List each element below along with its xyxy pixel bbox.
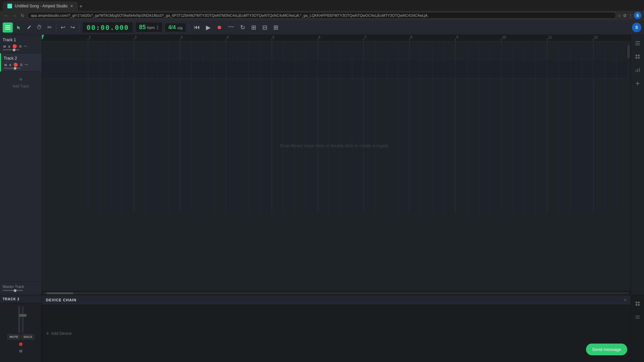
send-message-btn[interactable]: Send message — [586, 344, 627, 355]
bottom-right-btn-2[interactable] — [632, 311, 643, 323]
nav-bar: ← → ↻ app.ampedstudio.com/?_gl=1*zkt20c*… — [0, 11, 644, 20]
master-volume[interactable] — [3, 290, 23, 291]
svg-rect-1 — [635, 43, 640, 44]
main-area: Track 1 M S 🔴 ≣ 〜 Track 2 M S 🔴 — [0, 35, 644, 295]
menu-btn[interactable] — [3, 22, 13, 33]
svg-rect-8 — [637, 69, 638, 72]
back-btn[interactable]: ← — [3, 12, 10, 19]
time-sig-display[interactable]: 4/4 sig — [165, 23, 186, 32]
arm-record-btn[interactable]: ⏺ — [18, 341, 24, 348]
track-1-auto-btn[interactable]: 〜 — [23, 44, 28, 49]
mute-btn[interactable]: MUTE — [7, 334, 20, 340]
svg-rect-2 — [635, 45, 640, 45]
select-tool-btn[interactable] — [15, 24, 23, 31]
track-2-header[interactable]: Track 2 M S 🔴 ≣ 〜 — [0, 53, 42, 72]
right-panel-settings-btn[interactable] — [632, 78, 643, 89]
arrange-btn[interactable]: ⊞ — [271, 22, 280, 33]
track-2-solo-btn[interactable]: S — [9, 63, 12, 67]
bpm-down-btn[interactable]: ▼ — [156, 27, 159, 30]
more-btn[interactable]: ⋮ — [628, 13, 633, 18]
add-track-label: Add Track — [12, 84, 29, 88]
master-track-label: Master Track — [3, 285, 39, 289]
separator-1 — [56, 23, 56, 32]
mute-solo-btns: MUTE SOLO — [7, 334, 34, 340]
add-device-plus-icon: + — [46, 330, 49, 337]
svg-rect-16 — [636, 318, 640, 318]
right-panel-mixer-btn[interactable] — [632, 64, 643, 76]
track-2-name: Track 2 — [4, 56, 39, 61]
device-chain-content: + Add Device — [42, 305, 631, 362]
new-tab-btn[interactable]: + — [79, 3, 82, 9]
track-1-mute-btn[interactable]: M — [3, 45, 7, 49]
track-lane-2[interactable] — [42, 60, 627, 78]
extensions-btn[interactable]: ⚙ — [623, 13, 627, 18]
hamburger-icon — [5, 25, 10, 29]
add-device-btn[interactable]: + Add Device — [46, 330, 72, 337]
track-1-solo-btn[interactable]: S — [8, 45, 11, 49]
track-1-volume[interactable] — [3, 49, 19, 50]
grid-lane-2 — [42, 60, 627, 78]
master-volume-thumb — [14, 289, 16, 292]
horizontal-scrollbar[interactable] — [42, 291, 631, 295]
fader-thumb[interactable] — [19, 314, 26, 317]
svg-rect-11 — [636, 302, 637, 303]
track-2-volume[interactable] — [4, 68, 20, 69]
empty-area[interactable]: Drop library loops here or double click … — [42, 78, 627, 213]
svg-rect-6 — [638, 57, 640, 59]
solo-btn[interactable]: SOLO — [21, 334, 34, 340]
track-1-eq-btn[interactable]: ≣ — [18, 44, 22, 49]
track-2-arm-btn[interactable]: 🔴 — [13, 62, 18, 67]
pencil-tool-btn[interactable] — [25, 24, 33, 31]
bookmark-btn[interactable]: ☆ — [618, 13, 622, 18]
track-lane-1[interactable] — [42, 42, 627, 60]
play-btn[interactable]: ▶ — [204, 22, 213, 33]
track-1-controls: M S 🔴 ≣ 〜 — [3, 44, 39, 49]
track-2-auto-btn[interactable]: 〜 — [24, 62, 29, 68]
drop-hint: Drop library loops here or double click … — [280, 143, 388, 148]
forward-btn[interactable]: → — [11, 12, 18, 19]
bottom-right-btn-1[interactable] — [632, 298, 643, 309]
redo-btn[interactable]: ↪ — [69, 23, 76, 32]
master-track: Master Track — [0, 282, 42, 295]
toolbar: ⏱ ✂ ↩ ↪ 00:00.000 85 bpm ▲ ▼ 4/4 sig ⏮ ▶… — [0, 20, 644, 35]
user-avatar[interactable]: S — [632, 23, 641, 32]
add-track-btn[interactable]: + Add Track — [0, 72, 42, 92]
right-panel-samples-btn[interactable] — [632, 38, 643, 49]
right-panel-plugins-btn[interactable] — [632, 51, 643, 62]
undo-btn[interactable]: ↩ — [59, 23, 67, 32]
active-tab[interactable]: Untitled Song - Amped Studio ✕ — [3, 1, 78, 11]
time-tool-btn[interactable]: ⏱ — [35, 23, 44, 32]
eq-btn-bottom[interactable]: ≣ — [18, 348, 23, 354]
track-1-header[interactable]: Track 1 M S 🔴 ≣ 〜 — [0, 35, 42, 53]
track-1-arm-btn[interactable]: 🔴 — [12, 44, 17, 49]
svg-rect-0 — [635, 41, 640, 42]
vertical-scrollbar[interactable] — [627, 42, 631, 291]
loop-btn[interactable]: ↻ — [238, 22, 247, 33]
snap-btn[interactable]: ⊞ — [249, 22, 258, 33]
cut-tool-btn[interactable]: ✂ — [46, 23, 53, 32]
tracks-and-scroll: Drop library loops here or double click … — [42, 42, 631, 291]
midi-btn[interactable]: ⊟ — [260, 22, 269, 33]
bpm-display[interactable]: 85 bpm ▲ ▼ — [135, 22, 162, 33]
track-2-mute-btn[interactable]: M — [4, 63, 8, 67]
mixer-section: MUTE SOLO ⏺ ≣ — [0, 303, 42, 362]
mixer-controls — [18, 306, 23, 333]
tab-close-btn[interactable]: ✕ — [70, 4, 73, 8]
go-start-btn[interactable]: ⏮ — [192, 22, 202, 32]
record-btn[interactable]: ⏺ — [215, 23, 224, 32]
track-2-eq-btn[interactable]: ≣ — [19, 62, 23, 67]
svg-rect-12 — [638, 302, 640, 303]
tracks-scroll[interactable]: Drop library loops here or double click … — [42, 42, 627, 291]
device-chain-close-btn[interactable]: × — [624, 297, 627, 303]
right-panel — [631, 35, 644, 295]
vscroll-thumb[interactable] — [627, 45, 630, 58]
fader-track[interactable] — [22, 306, 23, 333]
address-bar[interactable]: app.ampedstudio.com/?_gl=1*zkt20c*_ga*MT… — [27, 12, 616, 19]
reload-btn[interactable]: ↻ — [19, 12, 26, 19]
profile-avatar[interactable]: S — [634, 12, 641, 19]
scrollbar-thumb[interactable] — [47, 292, 73, 294]
metronome-btn[interactable]: 〰 — [226, 22, 236, 32]
svg-rect-4 — [638, 55, 640, 56]
scrollbar-track — [43, 292, 629, 294]
time-display[interactable]: 00:00.000 — [82, 22, 133, 33]
